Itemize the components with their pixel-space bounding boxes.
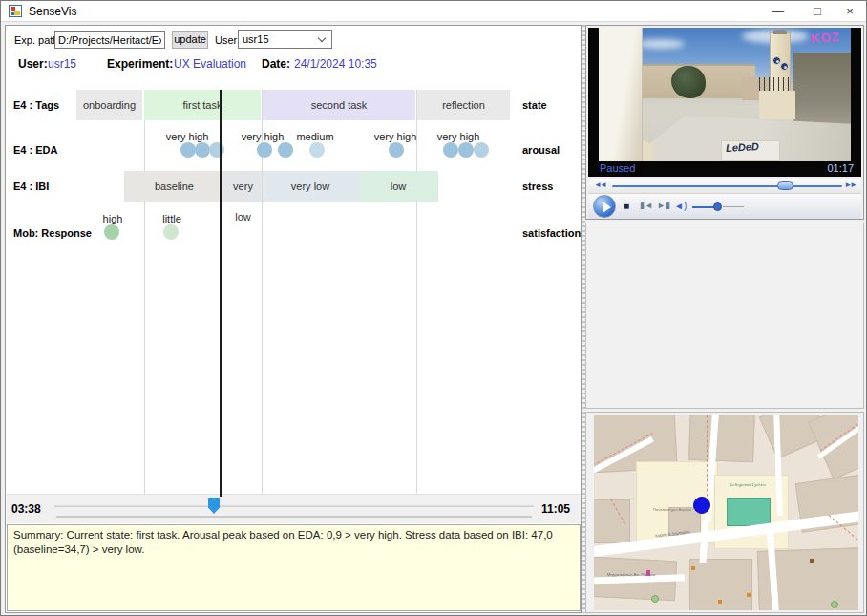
volume-thumb[interactable] — [713, 202, 722, 211]
tag-segment-reflection[interactable]: reflection — [417, 90, 510, 120]
mob-annotation: little — [162, 213, 181, 224]
seek-bar-row: ◄◄ ►► — [588, 179, 861, 194]
time-slider-row: 03:38 11:05 — [7, 494, 581, 523]
map-panel: Πανεπιστήμιο Αιγαίου 1ο Δημοτικό Σχολείο… — [585, 412, 864, 613]
poi-icon — [747, 593, 751, 597]
row-right-label-stress: stress — [522, 181, 553, 192]
segment-label: second task — [311, 99, 368, 111]
eda-dot[interactable] — [389, 142, 404, 158]
poi-icon — [651, 595, 659, 603]
eda-dot[interactable] — [443, 142, 458, 158]
info-experiment-value: UX Evaluation — [174, 57, 246, 71]
volume-icon[interactable]: ◄) — [674, 201, 687, 211]
row-right-label-state: state — [522, 99, 547, 111]
row-right-label-satisfaction: satisfaction — [522, 227, 581, 239]
fast-forward-icon[interactable]: ►► — [844, 181, 856, 189]
minimize-button[interactable]: — — [762, 1, 794, 22]
playhead-line[interactable] — [220, 90, 222, 497]
info-user-value: usr15 — [48, 57, 76, 71]
timeline-panel: Exp. path: update User: usr15 User: usr1… — [5, 25, 582, 613]
update-button[interactable]: update — [172, 31, 208, 49]
app-window: SenseVis — □ × Exp. path: update User: u… — [0, 0, 867, 616]
close-button[interactable]: × — [834, 1, 866, 22]
next-frame-icon[interactable]: ►▮ — [657, 201, 670, 210]
rewind-icon[interactable]: ◄◄ — [594, 181, 605, 189]
eda-dot[interactable] — [180, 142, 196, 158]
player-controls: ■ ▮◄ ►▮ ◄) — [588, 194, 861, 219]
stop-icon[interactable]: ■ — [624, 201, 629, 211]
video-player: KOZ LeDeD Paused 01:17 ◄◄ ►► ■ ▮◄ ►▮ ◄) — [585, 25, 864, 220]
segment-label: very low — [291, 181, 329, 192]
slider-track[interactable] — [54, 505, 534, 507]
eda-dot[interactable] — [209, 142, 224, 158]
segment-label: onboarding — [83, 99, 136, 111]
summary-textbox: Summary: Current state: first task. Arou… — [7, 524, 581, 611]
seek-track[interactable] — [612, 185, 842, 187]
playback-time: 01:17 — [827, 162, 854, 174]
gridline — [144, 90, 145, 497]
chevron-down-icon — [318, 34, 326, 42]
poi-icon — [810, 559, 814, 563]
mob-dot[interactable] — [163, 224, 179, 240]
play-button[interactable] — [593, 195, 616, 218]
ibi-segment-low[interactable]: low — [358, 171, 438, 202]
poi-icon — [691, 566, 695, 570]
row-right-label-arousal: arousal — [522, 144, 560, 156]
tag-segment-onboarding[interactable]: onboarding — [76, 90, 142, 120]
wall-graffiti-text: LeDeD — [726, 140, 759, 154]
detail-panel-empty — [585, 223, 864, 409]
info-user-label: User: — [18, 57, 48, 71]
volume-track-rest — [723, 206, 744, 207]
video-display[interactable]: KOZ LeDeD Paused 01:17 — [588, 28, 861, 177]
slider-thumb[interactable] — [208, 498, 220, 514]
ibi-segment-verylow-2[interactable]: very low — [263, 171, 358, 202]
slider-start-time: 03:38 — [11, 502, 41, 516]
tag-segment-second-task[interactable]: second task — [263, 90, 415, 120]
tag-segment-first-task[interactable]: first task — [144, 90, 261, 120]
ibi-segment-baseline[interactable]: baseline — [124, 171, 224, 202]
user-combobox[interactable]: usr15 — [238, 30, 332, 49]
map-field — [727, 498, 771, 526]
exp-path-input[interactable] — [54, 31, 165, 49]
eda-annotation: medium — [296, 131, 333, 142]
maximize-button[interactable]: □ — [801, 1, 834, 22]
eda-dot[interactable] — [278, 142, 293, 158]
location-marker — [693, 497, 710, 514]
slider-progress-track[interactable] — [56, 516, 532, 518]
poi-icon — [646, 570, 650, 576]
graffiti-text: KOZ — [811, 30, 840, 46]
user-combobox-value: usr15 — [243, 33, 269, 45]
row-label-tags: E4 : Tags — [13, 99, 59, 111]
eda-annotation: very high — [242, 131, 285, 142]
seek-thumb[interactable] — [777, 181, 793, 190]
slider-end-time: 11:05 — [541, 502, 570, 516]
eda-annotation: very high — [166, 131, 209, 142]
title-bar: SenseVis — □ × — [1, 1, 866, 22]
map-canvas[interactable]: Πανεπιστήμιο Αιγαίου 1ο Δημοτικό Σχολείο… — [594, 415, 858, 610]
map-school-label: 1ο Δημοτικό Σχολείο — [730, 482, 766, 487]
segment-label: low — [391, 181, 407, 192]
ibi-segment-verylow-1[interactable]: very low — [224, 171, 262, 202]
poi-icon — [718, 600, 722, 604]
user-combo-label: User: — [215, 34, 240, 46]
app-icon — [9, 5, 22, 17]
segment-label: reflection — [442, 99, 485, 111]
eda-dot[interactable] — [309, 142, 325, 158]
mob-annotation: high — [103, 213, 123, 224]
playback-status: Paused — [600, 162, 635, 174]
eda-dot[interactable] — [257, 142, 272, 158]
eda-dot[interactable] — [458, 142, 474, 158]
segment-label: first task — [183, 99, 222, 111]
info-experiment-label: Experiment: — [107, 57, 173, 71]
eda-annotation: very high — [437, 131, 480, 142]
info-date-value: 24/1/2024 10:35 — [294, 57, 377, 71]
map-campus-label: Πανεπιστήμιο Αιγαίου — [653, 507, 691, 512]
previous-frame-icon[interactable]: ▮◄ — [640, 201, 653, 210]
info-date-label: Date: — [262, 57, 290, 71]
gridline — [416, 90, 417, 497]
mob-dot[interactable] — [104, 224, 119, 240]
eda-annotation: very high — [374, 131, 417, 142]
eda-dot[interactable] — [195, 142, 210, 158]
eda-dot[interactable] — [474, 142, 489, 158]
video-frame: KOZ LeDeD — [599, 28, 851, 161]
